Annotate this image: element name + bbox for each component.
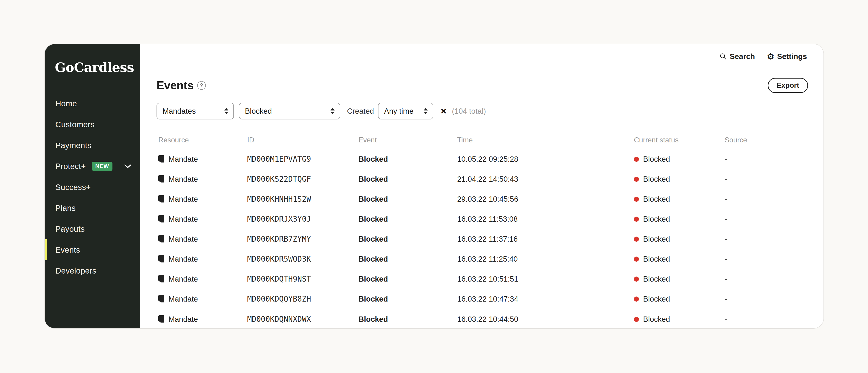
event-type: Blocked [359,315,457,324]
event-source: - [724,215,808,224]
sidebar-item-label: Developers [55,266,96,276]
event-time: 16.03.22 11:37:16 [457,235,634,243]
table-row[interactable]: Mandate MD000KDQTH9NST Blocked 16.03.22 … [157,269,808,289]
event-type: Blocked [359,295,457,304]
active-indicator [45,239,47,260]
help-glyph: ? [200,82,203,89]
mandate-document-icon [158,155,165,163]
sidebar-item-label: Success+ [55,182,91,192]
search-icon [719,53,727,60]
gear-icon: ⚙ [767,52,774,61]
created-time-select[interactable]: Any time [378,103,433,119]
mandate-document-icon [158,215,165,223]
status-dot-icon [634,156,639,162]
resource-label: Mandate [168,155,198,164]
resource-label: Mandate [168,195,198,203]
event-type: Blocked [359,235,457,243]
event-type: Blocked [359,195,457,203]
sidebar-item-customers[interactable]: Customers [45,114,140,135]
sidebar-item-payouts[interactable]: Payouts [45,219,140,239]
select-updown-icon [424,108,428,114]
event-time: 21.04.22 14:50:43 [457,175,634,183]
event-source: - [724,235,808,243]
sidebar-item-plans[interactable]: Plans [45,198,140,219]
event-id: MD000KS22DTQGF [247,175,359,183]
resource-filter-value: Mandates [162,107,196,116]
mandate-document-icon [158,295,165,303]
mandate-document-icon [158,175,165,183]
header-resource: Resource [157,136,247,144]
table-row[interactable]: Mandate MD000KDQNNXDWX Blocked 16.03.22 … [157,309,808,329]
table-row[interactable]: Mandate MD000M1EPVATG9 Blocked 10.05.22 … [157,149,808,169]
event-id: MD000KDR5WQD3K [247,255,359,263]
resource-label: Mandate [168,315,198,324]
status-dot-icon [634,257,639,262]
sidebar-item-payments[interactable]: Payments [45,135,140,156]
help-icon[interactable]: ? [197,81,206,90]
event-id: MD000KDRJX3Y0J [247,214,359,224]
header-current-status: Current status [634,136,724,144]
clear-filter-icon[interactable]: ✕ [440,107,447,116]
sidebar-item-home[interactable]: Home [45,93,140,114]
gocardless-logo: GoCardless [55,60,134,75]
sidebar-item-label: Payments [55,141,91,150]
table-row[interactable]: Mandate MD000KDR5WQD3K Blocked 16.03.22 … [157,249,808,269]
table-row[interactable]: Mandate MD000KS22DTQGF Blocked 21.04.22 … [157,169,808,189]
sidebar-item-events[interactable]: Events [45,239,140,260]
event-source: - [724,155,808,164]
event-source: - [724,195,808,203]
settings-button[interactable]: ⚙ Settings [767,52,807,61]
sidebar-item-protect[interactable]: Protect+ NEW [45,156,140,177]
event-id: MD000KDRB7ZYMY [247,234,359,243]
event-id: MD000M1EPVATG9 [247,154,359,164]
event-source: - [724,275,808,283]
table-body: Mandate MD000M1EPVATG9 Blocked 10.05.22 … [157,149,808,329]
table-row[interactable]: Mandate MD000KDRJX3Y0J Blocked 16.03.22 … [157,209,808,229]
sidebar-item-success[interactable]: Success+ [45,177,140,198]
content-area: Search ⚙ Settings Events ? Export Mandat… [140,44,824,328]
mandate-document-icon [158,235,165,243]
event-id: MD000KDQTH9NST [247,275,359,283]
status-label: Blocked [643,175,670,183]
mandate-document-icon [158,275,165,283]
settings-label: Settings [777,52,807,61]
chevron-down-icon [124,164,132,169]
status-label: Blocked [643,235,670,243]
total-count: (104 total) [452,107,486,116]
status-label: Blocked [643,275,670,283]
table-row[interactable]: Mandate MD000KDQQYB8ZH Blocked 16.03.22 … [157,289,808,309]
new-badge: NEW [92,162,113,171]
status-dot-icon [634,177,639,182]
resource-filter-select[interactable]: Mandates [157,103,234,119]
table-row[interactable]: Mandate MD000KDRB7ZYMY Blocked 16.03.22 … [157,229,808,249]
sidebar-item-label: Payouts [55,224,85,234]
event-filter-select[interactable]: Blocked [239,103,340,119]
header-time: Time [457,136,634,144]
topbar: Search ⚙ Settings [140,44,824,69]
status-dot-icon [634,236,639,241]
app-card: GoCardless Home Customers Payments Prote… [44,44,824,329]
search-button[interactable]: Search [719,52,755,61]
export-button[interactable]: Export [768,78,808,93]
search-label: Search [730,52,755,61]
event-source: - [724,315,808,324]
event-type: Blocked [359,275,457,283]
header-id: ID [247,136,359,144]
status-label: Blocked [643,215,670,224]
event-time: 29.03.22 10:45:56 [457,195,634,203]
event-type: Blocked [359,215,457,224]
created-label: Created [347,107,374,116]
resource-label: Mandate [168,235,198,243]
event-source: - [724,175,808,183]
main-panel: Events ? Export Mandates Blocked Created [140,69,824,329]
status-label: Blocked [643,155,670,164]
sidebar-item-developers[interactable]: Developers [45,260,140,281]
status-dot-icon [634,296,639,302]
status-label: Blocked [643,315,670,324]
sidebar-item-label: Home [55,99,77,108]
table-row[interactable]: Mandate MD000KHNHH1S2W Blocked 29.03.22 … [157,189,808,209]
event-time: 16.03.22 11:53:08 [457,215,634,224]
event-time: 10.05.22 09:25:28 [457,155,634,164]
select-updown-icon [224,108,228,114]
status-dot-icon [634,277,639,282]
